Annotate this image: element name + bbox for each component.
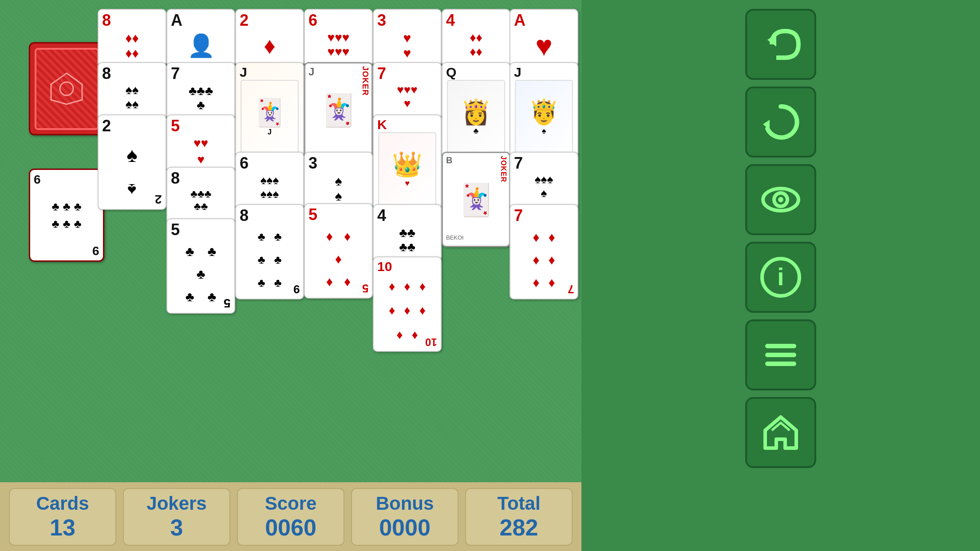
card-5-clubs[interactable]: 5 ♣♣ ♣ ♣♣ 5 xyxy=(166,218,235,314)
card-jack-spades-col3[interactable]: J 🃏 J xyxy=(235,62,304,157)
score-value: 0060 xyxy=(265,514,316,541)
svg-marker-0 xyxy=(51,73,82,104)
card-5-diamonds[interactable]: 5 ♦♦ ♦ ♦♦ 5 xyxy=(304,203,373,299)
card-6-spades[interactable]: 6 ♠♠♠ ♠♠♠ xyxy=(235,152,304,209)
svg-rect-11 xyxy=(765,362,796,366)
card-ace-spades[interactable]: A 👤 xyxy=(166,9,235,67)
card-7-hearts[interactable]: 7 ♥♥♥ ♥ xyxy=(373,62,442,120)
card-10-diamonds[interactable]: 10 ♦♦♦ ♦♦♦ ♦♦ 10 xyxy=(373,256,442,352)
score-label: Score xyxy=(265,493,317,514)
card-2-spades[interactable]: 2 ♠ ♠ 2 xyxy=(98,114,166,210)
cards-label: Cards xyxy=(36,493,89,514)
info-button[interactable]: i xyxy=(745,242,816,313)
card-queen-clubs[interactable]: Q 👸 ♣ xyxy=(442,62,510,157)
svg-rect-9 xyxy=(765,344,796,348)
svg-point-6 xyxy=(778,197,783,202)
refresh-button[interactable] xyxy=(745,87,816,157)
card-joker-col6[interactable]: B JOKER BEKOI 🃏 xyxy=(442,152,510,247)
svg-point-1 xyxy=(60,82,73,95)
status-jokers: Jokers 3 xyxy=(123,488,230,546)
card-6-hearts[interactable]: 6 ♥♥♥ ♥♥♥ xyxy=(304,9,373,67)
card-king-hearts[interactable]: K 👑 ♥ xyxy=(373,114,442,210)
game-area: 6 ♣♣♣ ♣♣♣ 9 8 ♦♦ ♦♦ 8 ♠♠ ♠♠ 2 ♠ xyxy=(0,0,581,551)
undo-button[interactable] xyxy=(745,9,816,80)
card-5-hearts[interactable]: 5 ♥♥ ♥ xyxy=(166,114,235,172)
cards-value: 13 xyxy=(50,514,75,541)
menu-button[interactable] xyxy=(745,319,816,390)
card-joker-col4[interactable]: J JOKER 🃏 xyxy=(304,62,373,157)
status-total: Total 282 xyxy=(465,488,573,546)
face-down-card[interactable]: 6 ♣♣♣ ♣♣♣ 9 xyxy=(29,169,104,262)
eye-button[interactable] xyxy=(745,164,816,235)
status-bonus: Bonus 0000 xyxy=(351,488,458,546)
card-3-spades[interactable]: 3 ♠ ♠ xyxy=(304,152,373,209)
card-7-diamonds[interactable]: 7 ♦♦ ♦♦ ♦♦ 7 xyxy=(510,204,578,299)
card-7-spades[interactable]: 7 ♠♠♠ ♠ xyxy=(510,152,578,209)
card-3-hearts[interactable]: 3 ♥ ♥ xyxy=(373,9,442,67)
bonus-value: 0000 xyxy=(379,514,431,541)
sidebar: i xyxy=(581,0,980,551)
card-4-diamonds[interactable]: 4 ♦♦ ♦♦ xyxy=(442,9,510,67)
card-8-spades[interactable]: 8 ♠♠ ♠♠ xyxy=(98,62,166,120)
card-jack-spades-col7[interactable]: J 🤴 ♠ xyxy=(510,62,578,157)
total-value: 282 xyxy=(500,514,538,541)
card-4-clubs[interactable]: 4 ♣♣ ♣♣ xyxy=(373,204,442,262)
card-8-clubs-col3[interactable]: 8 ♣♣ ♣♣ ♣♣ 9 xyxy=(235,204,304,299)
card-7-clubs[interactable]: 7 ♣♣♣ ♣ xyxy=(166,62,235,120)
svg-text:i: i xyxy=(777,263,784,291)
card-8-diamonds[interactable]: 8 ♦♦ ♦♦ xyxy=(98,9,166,67)
jokers-value: 3 xyxy=(170,514,183,541)
status-cards: Cards 13 xyxy=(9,488,116,546)
card-2-diamonds[interactable]: 2 ♦ xyxy=(235,9,304,67)
home-button[interactable] xyxy=(745,397,816,468)
jokers-label: Jokers xyxy=(146,493,206,514)
bonus-label: Bonus xyxy=(376,493,434,514)
card-8-clubs-col2[interactable]: 8 ♣♣♣ ♣♣ xyxy=(166,167,235,224)
deck-pile[interactable] xyxy=(29,42,104,135)
svg-rect-10 xyxy=(765,353,796,357)
status-score: Score 0060 xyxy=(237,488,344,546)
total-label: Total xyxy=(497,493,540,514)
card-ace-hearts[interactable]: A ♥ xyxy=(510,9,578,67)
status-bar: Cards 13 Jokers 3 Score 0060 Bonus 0000 … xyxy=(0,482,581,551)
